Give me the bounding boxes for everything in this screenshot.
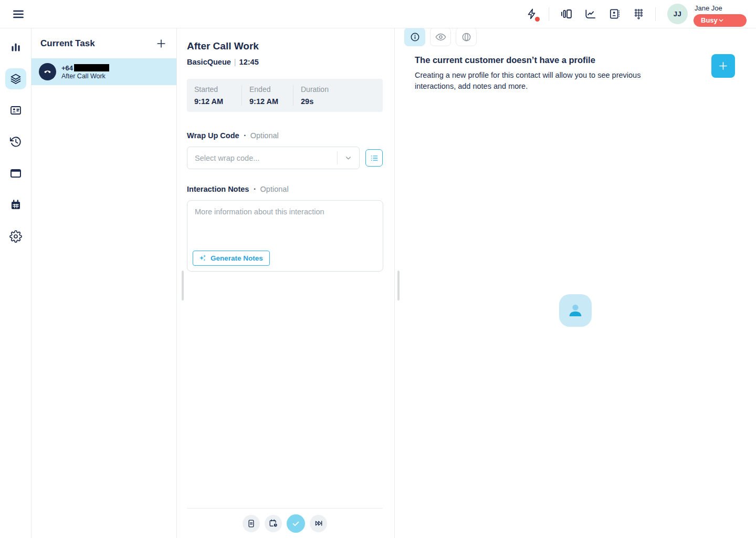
status-badge: Busy bbox=[701, 16, 718, 24]
info-icon bbox=[410, 32, 421, 43]
divider bbox=[655, 7, 656, 21]
menu-button[interactable] bbox=[9, 5, 28, 24]
directory-icon bbox=[608, 8, 621, 20]
notes-doc-button[interactable] bbox=[243, 515, 260, 532]
queue-name: BasicQueue bbox=[187, 58, 231, 66]
layers-icon bbox=[9, 73, 22, 85]
calendar-icon bbox=[9, 199, 22, 211]
page-title: After Call Work bbox=[187, 40, 383, 52]
wrap-code-list-button[interactable] bbox=[365, 149, 383, 167]
duration-label: Duration bbox=[301, 85, 329, 94]
current-task-panel: Current Task +64 After Cal bbox=[32, 28, 177, 538]
call-times-box: Started 9:12 AM Ended 9:12 AM Duration 2… bbox=[187, 79, 383, 112]
duration-value: 29s bbox=[301, 97, 329, 106]
dialpad-icon bbox=[633, 8, 645, 20]
tab-info[interactable] bbox=[404, 27, 425, 46]
sidebar-item-browser[interactable] bbox=[5, 163, 26, 184]
wrap-up-label: Wrap Up Code bbox=[187, 131, 239, 140]
gear-icon bbox=[9, 230, 22, 243]
check-icon bbox=[291, 519, 300, 528]
generate-notes-label: Generate Notes bbox=[211, 254, 263, 262]
task-list-item[interactable]: +64 After Call Work bbox=[32, 58, 176, 85]
task-phone-prefix: +64 bbox=[61, 64, 73, 72]
brain-icon bbox=[461, 32, 472, 43]
phone-down-icon bbox=[39, 63, 56, 80]
ended-value: 9:12 AM bbox=[249, 97, 286, 106]
sidebar-item-calendar[interactable] bbox=[5, 194, 26, 215]
notes-label: Interaction Notes bbox=[187, 185, 249, 193]
status-selector[interactable]: Busy bbox=[694, 14, 747, 27]
sidebar-item-metrics[interactable] bbox=[5, 37, 26, 58]
bullet: • bbox=[254, 187, 255, 192]
avatar[interactable]: JJ bbox=[667, 4, 688, 24]
after-call-work-panel: After Call Work BasicQueue|12:45 Started… bbox=[177, 28, 395, 538]
no-profile-heading: The current customer doesn’t have a prof… bbox=[415, 55, 667, 65]
wrap-up-section: Wrap Up Code • Optional Select wrap code… bbox=[187, 131, 383, 169]
add-task-button[interactable] bbox=[154, 37, 168, 50]
plus-icon bbox=[718, 60, 729, 71]
document-icon bbox=[247, 519, 256, 528]
user-block: JJ Jane Joe Busy bbox=[667, 2, 747, 27]
started-label: Started bbox=[194, 85, 234, 94]
ended-label: Ended bbox=[249, 85, 286, 94]
create-profile-button[interactable] bbox=[711, 54, 735, 78]
sidebar-item-history[interactable] bbox=[5, 131, 26, 152]
task-actions-bar bbox=[187, 508, 383, 538]
bar-chart-icon bbox=[9, 41, 22, 54]
call-timer: 12:45 bbox=[239, 58, 259, 66]
generate-notes-button[interactable]: Generate Notes bbox=[193, 251, 270, 266]
eye-icon bbox=[435, 32, 446, 43]
contact-card-icon bbox=[9, 104, 22, 117]
main-frame: Current Task +64 After Cal bbox=[0, 28, 756, 538]
customer-profile-panel: The current customer doesn’t have a prof… bbox=[395, 28, 756, 538]
tab-watch[interactable] bbox=[430, 27, 451, 46]
scrollbar-thumb[interactable] bbox=[182, 271, 184, 301]
plus-icon bbox=[155, 38, 167, 49]
redacted-phone-number bbox=[74, 64, 109, 71]
list-icon bbox=[370, 153, 379, 163]
browser-icon bbox=[9, 167, 22, 180]
no-profile-description: Creating a new profile for this contact … bbox=[415, 70, 667, 92]
history-icon bbox=[9, 136, 22, 148]
sidebar-item-tasks[interactable] bbox=[5, 68, 26, 89]
sidebar-item-settings[interactable] bbox=[5, 226, 26, 247]
skip-forward-icon bbox=[314, 519, 323, 528]
sparkle-icon bbox=[198, 254, 207, 263]
optional-label: Optional bbox=[260, 185, 289, 193]
scrollbar-thumb[interactable] bbox=[397, 271, 400, 301]
notes-input[interactable] bbox=[187, 201, 383, 246]
calendar-clock-icon bbox=[269, 519, 278, 528]
user-name: Jane Joe bbox=[695, 4, 722, 12]
started-value: 9:12 AM bbox=[194, 97, 234, 106]
select-placeholder: Select wrap code... bbox=[195, 154, 259, 162]
separator: | bbox=[234, 58, 236, 66]
tab-insights[interactable] bbox=[456, 27, 477, 46]
line-chart-icon bbox=[584, 8, 596, 20]
top-bar: JJ Jane Joe Busy bbox=[0, 0, 756, 28]
task-sublabel: After Call Work bbox=[61, 73, 109, 80]
customer-panel-tabs bbox=[395, 27, 756, 46]
panels-icon bbox=[560, 8, 572, 20]
directory-button[interactable] bbox=[605, 5, 624, 24]
side-icon-rail bbox=[0, 28, 32, 538]
notification-dot bbox=[535, 17, 540, 22]
divider bbox=[549, 7, 549, 21]
hamburger-icon bbox=[12, 7, 25, 21]
chevron-down-icon bbox=[338, 154, 359, 162]
no-profile-header: The current customer doesn’t have a prof… bbox=[395, 46, 756, 92]
chevron-down-icon bbox=[718, 17, 724, 24]
wrap-code-select[interactable]: Select wrap code... bbox=[187, 147, 360, 169]
skip-button[interactable] bbox=[310, 515, 327, 532]
bullet: • bbox=[244, 133, 246, 138]
sidebar-item-contacts[interactable] bbox=[5, 100, 26, 121]
schedule-button[interactable] bbox=[265, 515, 282, 532]
optional-label: Optional bbox=[250, 131, 279, 140]
dialpad-button[interactable] bbox=[629, 5, 648, 24]
profile-placeholder-avatar bbox=[559, 294, 592, 327]
quick-actions-button[interactable] bbox=[522, 5, 541, 24]
metrics-button[interactable] bbox=[581, 5, 600, 24]
person-icon bbox=[567, 302, 584, 319]
complete-task-button[interactable] bbox=[287, 514, 305, 533]
panels-button[interactable] bbox=[556, 5, 575, 24]
interaction-notes-section: Interaction Notes • Optional Generate No… bbox=[187, 185, 383, 272]
